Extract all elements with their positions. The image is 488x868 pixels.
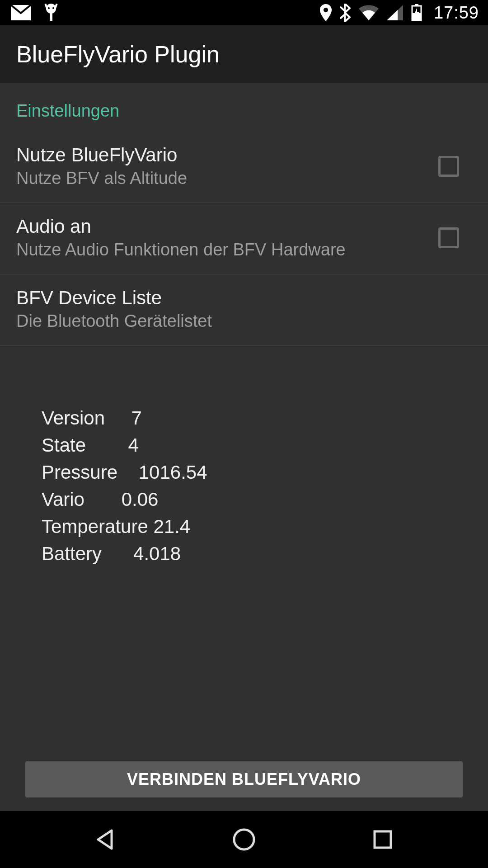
pref-text: Nutze BlueFlyVario Nutze BFV als Altitud…	[16, 144, 427, 188]
battery-charging-icon	[411, 4, 422, 21]
pref-title: Audio an	[16, 216, 427, 237]
info-pressure-value: 1016.54	[139, 462, 207, 483]
svg-point-6	[52, 7, 54, 9]
pref-title: BFV Device Liste	[16, 287, 472, 309]
svg-point-12	[234, 830, 254, 849]
device-info-block: Version 7 State 4 Pressure 1016.54 Vario…	[0, 346, 488, 567]
status-left	[11, 4, 58, 22]
nav-back-button[interactable]	[89, 823, 122, 856]
info-temperature-label: Temperature	[42, 516, 148, 537]
info-vario-label: Vario	[42, 489, 84, 510]
svg-point-7	[324, 8, 328, 12]
checkbox-audio-on[interactable]	[438, 227, 459, 248]
navigation-bar	[0, 811, 488, 868]
pref-title: Nutze BlueFlyVario	[16, 144, 427, 166]
location-icon	[320, 4, 332, 21]
info-version-value: 7	[131, 407, 141, 429]
checkbox-use-blueflyvario[interactable]	[438, 156, 459, 177]
mail-icon	[11, 5, 31, 20]
info-temperature-row: Temperature 21.4	[42, 513, 488, 540]
app-bar: BlueFlyVario Plugin	[0, 25, 488, 83]
status-right: 17:59	[320, 3, 479, 23]
svg-rect-9	[415, 4, 418, 6]
signal-icon	[387, 5, 403, 20]
pref-text: Audio an Nutze Audio Funktionen der BFV …	[16, 216, 427, 259]
info-vario-value: 0.06	[122, 489, 159, 510]
connect-button-wrap: VERBINDEN BLUEFLYVARIO	[0, 761, 488, 797]
pref-use-blueflyvario[interactable]: Nutze BlueFlyVario Nutze BFV als Altitud…	[0, 132, 488, 203]
info-battery-row: Battery 4.018	[42, 540, 488, 567]
pref-subtitle: Die Bluetooth Gerätelistet	[16, 311, 472, 331]
info-version-row: Version 7	[42, 405, 488, 432]
pref-audio-on[interactable]: Audio an Nutze Audio Funktionen der BFV …	[0, 203, 488, 274]
status-bar: 17:59	[0, 0, 488, 25]
svg-rect-2	[50, 12, 52, 21]
info-pressure-row: Pressure 1016.54	[42, 459, 488, 486]
pref-subtitle: Nutze BFV als Altitude	[16, 169, 427, 188]
pref-bfv-device-list[interactable]: BFV Device Liste Die Bluetooth Gerätelis…	[0, 274, 488, 346]
nav-home-button[interactable]	[228, 823, 260, 856]
content-area: Einstellungen Nutze BlueFlyVario Nutze B…	[0, 83, 488, 811]
info-temperature-value: 21.4	[153, 516, 190, 537]
nav-recent-button[interactable]	[366, 823, 399, 856]
screen: 17:59 BlueFlyVario Plugin Einstellungen …	[0, 0, 488, 868]
android-debug-icon	[44, 4, 58, 22]
app-title: BlueFlyVario Plugin	[16, 41, 220, 68]
section-label-settings: Einstellungen	[0, 83, 488, 132]
info-vario-row: Vario 0.06	[42, 486, 488, 513]
info-version-label: Version	[42, 407, 105, 429]
info-battery-value: 4.018	[133, 543, 181, 564]
wifi-icon	[359, 5, 379, 20]
info-state-row: State 4	[42, 432, 488, 459]
svg-rect-13	[375, 831, 391, 848]
info-state-value: 4	[128, 434, 138, 456]
info-battery-label: Battery	[42, 543, 102, 564]
svg-point-5	[48, 7, 50, 9]
info-state-label: State	[42, 434, 86, 456]
pref-text: BFV Device Liste Die Bluetooth Gerätelis…	[16, 287, 472, 331]
connect-button[interactable]: VERBINDEN BLUEFLYVARIO	[25, 761, 463, 797]
bluetooth-icon	[340, 4, 351, 22]
status-clock: 17:59	[434, 3, 479, 23]
info-pressure-label: Pressure	[42, 462, 117, 483]
pref-subtitle: Nutze Audio Funktionen der BFV Hardware	[16, 240, 427, 259]
